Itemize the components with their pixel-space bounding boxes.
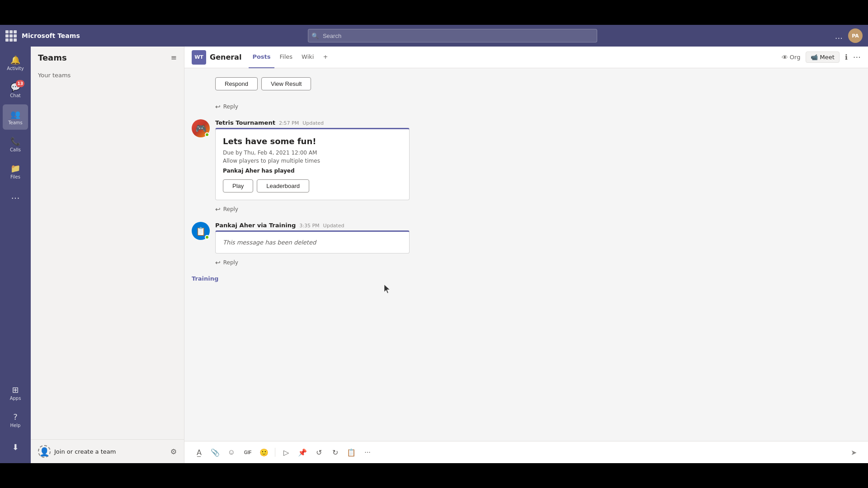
send-icon: ➤ bbox=[851, 448, 857, 457]
sidebar-item-help[interactable]: ? Help bbox=[3, 407, 28, 432]
video-icon: 📹 bbox=[811, 54, 818, 61]
board-button[interactable]: 📋 bbox=[344, 445, 359, 460]
tetris-message-updated: Updated bbox=[302, 120, 324, 126]
sticker-icon: 🙂 bbox=[259, 448, 269, 457]
sidebar: 🔔 Activity 💬 Chat 13 👥 Teams 📞 Calls 📁 F… bbox=[0, 47, 31, 463]
poll-card: Respond View Result bbox=[215, 77, 311, 92]
messages-area[interactable]: Respond View Result ↩ Reply 🎮 bbox=[184, 68, 868, 441]
sidebar-item-activity[interactable]: 🔔 Activity bbox=[3, 50, 28, 75]
tetris-reply-button[interactable]: ↩ Reply bbox=[215, 204, 861, 215]
game-card-due: Due by Thu, Feb 4, 2021 12:00 AM bbox=[223, 150, 402, 156]
tetris-sender-name: Tetris Tournament bbox=[215, 119, 275, 126]
sidebar-item-calls[interactable]: 📞 Calls bbox=[3, 131, 28, 157]
sidebar-bottom: ⊞ Apps ? Help ⬇ bbox=[3, 380, 28, 460]
tetris-avatar: 🎮 bbox=[192, 119, 210, 137]
giphy-button[interactable]: GIF bbox=[241, 445, 255, 460]
poll-reply-row: ↩ Reply bbox=[184, 96, 868, 116]
calls-icon: 📞 bbox=[10, 136, 20, 146]
teams-panel-title: Teams bbox=[38, 53, 67, 62]
pin-icon: 📌 bbox=[298, 448, 307, 457]
tab-add[interactable]: + bbox=[319, 47, 331, 68]
channel-header: WT General Posts Files Wiki + bbox=[184, 47, 868, 68]
sidebar-item-files[interactable]: 📁 Files bbox=[3, 159, 28, 184]
game-card-allow-multiple: Allow players to play multiple times bbox=[223, 158, 402, 164]
leaderboard-button[interactable]: Leaderboard bbox=[257, 179, 309, 192]
channel-area: WT General Posts Files Wiki + bbox=[184, 47, 868, 463]
teams-content: Your teams bbox=[31, 68, 184, 82]
user-avatar[interactable]: PA bbox=[848, 28, 863, 43]
sidebar-item-files-label: Files bbox=[10, 174, 20, 179]
tab-wiki[interactable]: Wiki bbox=[298, 47, 317, 68]
game-card-played-by: Pankaj Aher has played bbox=[223, 168, 402, 174]
loop2-button[interactable]: ↻ bbox=[328, 445, 342, 460]
settings-icon[interactable]: ⚙ bbox=[170, 447, 177, 456]
pin-button[interactable]: 📌 bbox=[295, 445, 310, 460]
game-card-buttons: Play Leaderboard bbox=[223, 179, 402, 192]
app-title: Microsoft Teams bbox=[22, 32, 80, 39]
giphy-icon: GIF bbox=[244, 450, 252, 455]
toolbar-separator-1 bbox=[275, 448, 275, 457]
title-bar-left: Microsoft Teams bbox=[5, 30, 186, 41]
game-card-title: Lets have some fun! bbox=[223, 136, 402, 146]
pankaj-message-time: 3:35 PM bbox=[299, 223, 319, 229]
search-input[interactable] bbox=[308, 29, 597, 42]
search-bar: 🔍 bbox=[308, 29, 597, 42]
tetris-reply-arrow-icon: ↩ bbox=[215, 206, 221, 213]
meet-button[interactable]: 📹 Meet bbox=[806, 52, 839, 63]
loop-icon: ↺ bbox=[316, 448, 322, 457]
emoji-button[interactable]: ☺ bbox=[224, 445, 239, 460]
toolbar-more-icon: ··· bbox=[364, 448, 370, 456]
view-result-button[interactable]: View Result bbox=[261, 77, 311, 90]
tetris-message-header: Tetris Tournament 2:57 PM Updated bbox=[215, 119, 861, 126]
sidebar-item-teams-label: Teams bbox=[8, 120, 23, 125]
pankaj-message-updated: Updated bbox=[323, 223, 344, 229]
download-icon: ⬇ bbox=[12, 442, 19, 452]
play-button[interactable]: Play bbox=[223, 179, 253, 192]
sidebar-item-more[interactable]: ··· bbox=[3, 186, 28, 211]
app-grid-icon[interactable] bbox=[5, 30, 16, 41]
toolbar-more-button[interactable]: ··· bbox=[360, 445, 375, 460]
reply-arrow-icon: ↩ bbox=[215, 103, 221, 110]
sidebar-item-apps-label: Apps bbox=[10, 396, 21, 401]
channel-info-icon[interactable]: ℹ bbox=[845, 53, 848, 61]
sidebar-item-calls-label: Calls bbox=[10, 147, 21, 152]
respond-button[interactable]: Respond bbox=[215, 77, 258, 90]
tetris-message-content: Tetris Tournament 2:57 PM Updated Lets h… bbox=[215, 119, 861, 215]
your-teams-label: Your teams bbox=[38, 72, 71, 79]
tetris-game-card: Lets have some fun! Due by Thu, Feb 4, 2… bbox=[215, 128, 410, 200]
meet-now-icon: ▷ bbox=[283, 448, 289, 457]
apps-icon: ⊞ bbox=[12, 385, 19, 394]
meet-now-button[interactable]: ▷ bbox=[279, 445, 293, 460]
pankaj-reply-button[interactable]: ↩ Reply bbox=[215, 257, 861, 268]
tetris-message-time: 2:57 PM bbox=[279, 120, 299, 126]
tab-posts[interactable]: Posts bbox=[249, 47, 274, 68]
pankaj-online-indicator bbox=[205, 235, 209, 239]
join-team-label[interactable]: Join or create a team bbox=[54, 448, 116, 455]
org-button[interactable]: 👁 Org bbox=[782, 54, 801, 61]
channel-tabs: Posts Files Wiki + bbox=[249, 47, 331, 68]
tab-files[interactable]: Files bbox=[276, 47, 297, 68]
compose-toolbar: A̲ 📎 ☺ GIF 🙂 ▷ bbox=[192, 445, 861, 460]
board-icon: 📋 bbox=[347, 448, 356, 457]
teams-filter-icon[interactable]: ≡ bbox=[171, 53, 177, 62]
sidebar-item-teams[interactable]: 👥 Teams bbox=[3, 104, 28, 130]
search-icon: 🔍 bbox=[311, 33, 319, 39]
format-button[interactable]: A̲ bbox=[192, 445, 206, 460]
bottom-black-bar bbox=[0, 463, 868, 488]
attach-button[interactable]: 📎 bbox=[208, 445, 222, 460]
loop-button[interactable]: ↺ bbox=[311, 445, 326, 460]
pankaj-message-content: Pankaj Aher via Training 3:35 PM Updated… bbox=[215, 222, 861, 268]
send-button[interactable]: ➤ bbox=[846, 445, 861, 460]
title-bar-more-button[interactable]: ... bbox=[835, 31, 843, 41]
training-label: Training bbox=[192, 275, 861, 282]
sticker-button[interactable]: 🙂 bbox=[257, 445, 271, 460]
sidebar-item-apps[interactable]: ⊞ Apps bbox=[3, 380, 28, 405]
teams-icon: 👥 bbox=[10, 109, 20, 119]
attach-icon: 📎 bbox=[211, 448, 220, 457]
channel-more-icon[interactable]: ··· bbox=[853, 52, 861, 62]
sidebar-item-chat[interactable]: 💬 Chat 13 bbox=[3, 77, 28, 103]
training-section: Training bbox=[184, 272, 868, 287]
poll-reply-button[interactable]: ↩ Reply bbox=[215, 101, 837, 112]
sidebar-item-download[interactable]: ⬇ bbox=[3, 434, 28, 460]
help-icon: ? bbox=[13, 412, 18, 422]
